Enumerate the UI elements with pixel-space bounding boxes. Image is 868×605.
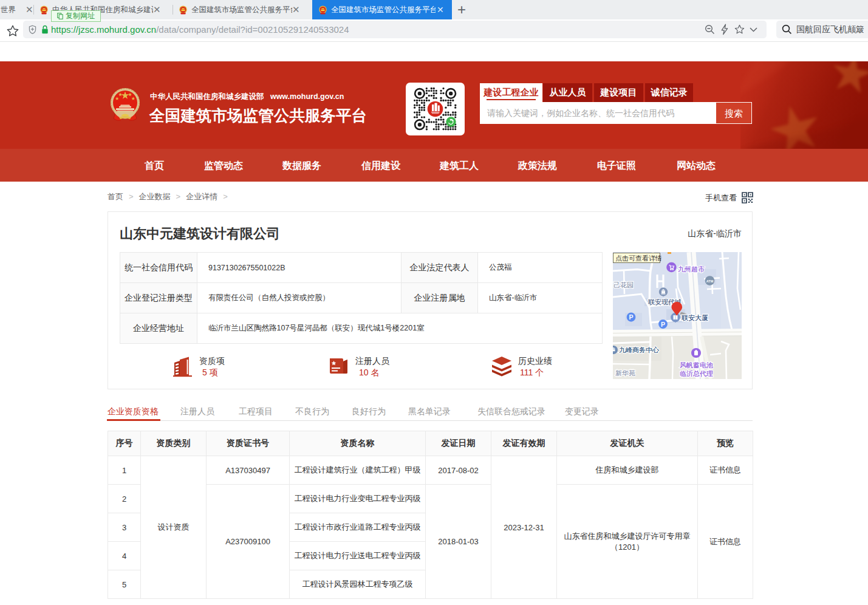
svg-text:己花园: 己花园 — [613, 281, 634, 289]
svg-text:点击可查看详情: 点击可查看详情 — [615, 255, 662, 262]
svg-text:P: P — [661, 321, 665, 328]
svg-text:九州超市: 九州超市 — [678, 265, 705, 273]
svg-text:九峰商务中心: 九峰商务中心 — [619, 346, 659, 354]
svg-text:ATM: ATM — [706, 279, 714, 283]
svg-text:风帆蓄电池: 风帆蓄电池 — [680, 361, 713, 369]
svg-text:P: P — [629, 313, 633, 321]
svg-text:联安大厦: 联安大厦 — [682, 314, 708, 321]
svg-text:新华苑: 新华苑 — [615, 369, 635, 377]
svg-text:临沂总代理: 临沂总代理 — [680, 370, 713, 377]
